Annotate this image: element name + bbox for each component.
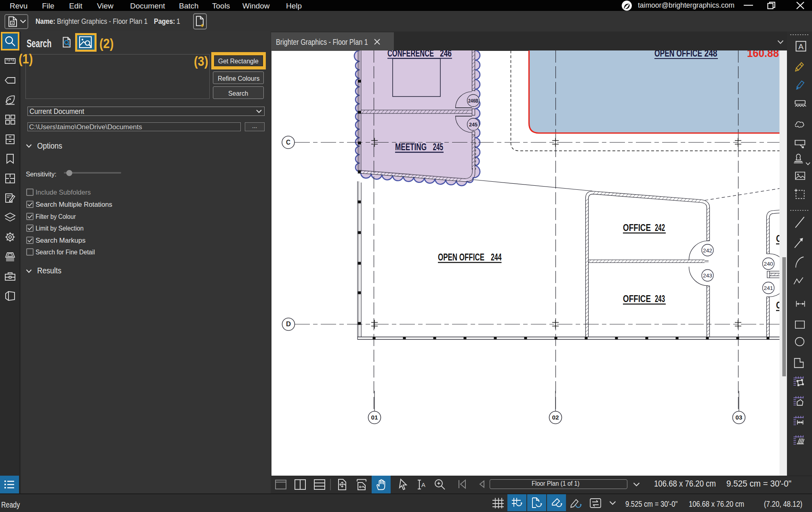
svg-text:OFFICE: OFFICE: [623, 222, 651, 233]
svg-text:OFFICE: OFFICE: [623, 293, 651, 304]
svg-text:248: 248: [705, 50, 717, 59]
svg-text:D: D: [286, 321, 291, 327]
svg-text:241: 241: [764, 285, 773, 291]
svg-text:A: A: [798, 42, 804, 51]
svg-text:C: C: [286, 139, 290, 146]
svg-text:245: 245: [433, 141, 444, 152]
svg-text:02: 02: [552, 414, 559, 421]
svg-text:243: 243: [703, 273, 712, 279]
svg-text:CONFERENCE: CONFERENCE: [387, 50, 434, 59]
svg-text:244: 244: [491, 252, 502, 262]
svg-text:MEETING: MEETING: [395, 141, 427, 152]
svg-text:242: 242: [703, 248, 712, 254]
svg-text:160.88: 160.88: [747, 50, 779, 59]
svg-text:243: 243: [655, 293, 665, 304]
svg-text:242: 242: [655, 222, 665, 233]
svg-text:240: 240: [764, 261, 773, 267]
svg-text:245: 245: [469, 122, 478, 128]
svg-text:OPEN OFFICE: OPEN OFFICE: [438, 252, 484, 262]
svg-text:01: 01: [371, 414, 378, 421]
svg-text:A: A: [421, 481, 425, 488]
svg-text:OPEN OFFICE: OPEN OFFICE: [654, 50, 702, 59]
svg-text:246B: 246B: [468, 98, 478, 104]
svg-text:03: 03: [736, 414, 743, 421]
svg-text:246: 246: [440, 50, 452, 59]
